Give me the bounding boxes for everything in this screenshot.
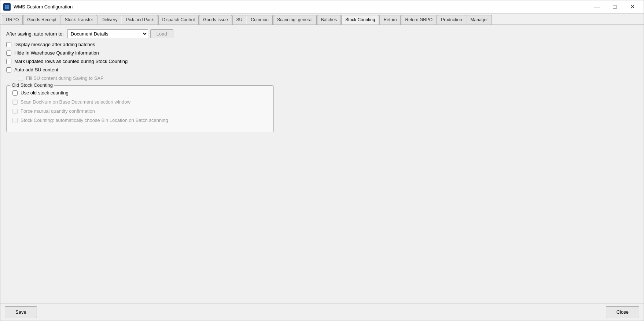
group-checkbox-label-force-manual: Force manual quantity confirmation [21, 108, 95, 114]
svg-rect-1 [7, 5, 9, 7]
tab-su[interactable]: SU [232, 15, 247, 25]
maximize-button[interactable]: □ [606, 1, 623, 12]
tab-batches[interactable]: Batches [317, 15, 341, 25]
group-checkbox-force-manual [12, 109, 18, 114]
tab-return[interactable]: Return [379, 15, 401, 25]
app-icon [3, 3, 11, 11]
window-title: WMS Custom Configuration [14, 4, 589, 10]
auto-return-row: After saving, auto return to: Document D… [6, 29, 638, 38]
auto-return-dropdown-wrapper: Document DetailsMain MenuSame Document L… [67, 29, 173, 38]
svg-rect-2 [5, 7, 7, 9]
tab-production[interactable]: Production [437, 15, 466, 25]
checkbox-label-mark-updated: Mark updated rows as counted during Stoc… [14, 59, 128, 64]
checkbox-row-auto-add-su: Auto add SU content [6, 67, 638, 72]
title-bar: WMS Custom Configuration — □ ✕ [0, 0, 644, 14]
save-button[interactable]: Save [5, 306, 37, 318]
checkbox-row-display-message: Display message after adding batches [6, 42, 638, 47]
checkbox-display-message[interactable] [6, 42, 11, 47]
group-checkbox-row-stock-counting-auto: Stock Counting: automatically choose Bin… [12, 117, 268, 123]
tab-scanning-general[interactable]: Scanning: general [273, 15, 317, 25]
checkbox-fill-su [18, 76, 23, 81]
tab-pick-and-pack[interactable]: Pick and Pack [122, 15, 158, 25]
group-checkbox-scan-docnum [12, 100, 18, 105]
tab-bar: GRPOGoods ReceiptStock TransferDeliveryP… [0, 14, 644, 25]
group-checkbox-label-scan-docnum: Scan DocNum on Base Document selection w… [21, 99, 130, 105]
close-button[interactable]: Close [606, 306, 639, 318]
auto-return-label: After saving, auto return to: [6, 31, 64, 37]
checkbox-label-display-message: Display message after adding batches [14, 42, 95, 47]
auto-return-select[interactable]: Document DetailsMain MenuSame Document [67, 29, 148, 38]
footer: Save Close [0, 303, 644, 321]
window-controls: — □ ✕ [589, 1, 641, 12]
tab-stock-counting[interactable]: Stock Counting [341, 15, 379, 25]
tab-stock-transfer[interactable]: Stock Transfer [61, 15, 97, 25]
tab-dispatch-control[interactable]: Dispatch Control [158, 15, 199, 25]
close-window-button[interactable]: ✕ [624, 1, 641, 12]
main-window: WMS Custom Configuration — □ ✕ GRPOGoods… [0, 0, 644, 321]
tab-goods-issue[interactable]: Goods Issue [199, 15, 232, 25]
group-checkbox-row-force-manual: Force manual quantity confirmation [12, 108, 268, 114]
checkbox-hide-warehouse[interactable] [6, 51, 11, 56]
checkbox-mark-updated[interactable] [6, 59, 11, 64]
tab-goods-receipt[interactable]: Goods Receipt [23, 15, 60, 25]
tab-grpo[interactable]: GRPO [2, 15, 23, 25]
checkbox-label-fill-su: Fill SU content during Saving to SAP [26, 75, 104, 81]
tab-delivery[interactable]: Delivery [97, 15, 121, 25]
group-checkbox-label-stock-counting-auto: Stock Counting: automatically choose Bin… [21, 117, 168, 123]
tab-common[interactable]: Common [247, 15, 273, 25]
svg-rect-3 [7, 7, 9, 9]
group-checkbox-use-old-stock[interactable] [12, 90, 18, 96]
svg-rect-0 [5, 5, 7, 7]
checkbox-label-auto-add-su: Auto add SU content [14, 67, 58, 72]
checkbox-row-fill-su: Fill SU content during Saving to SAP [18, 75, 638, 81]
content-area: After saving, auto return to: Document D… [0, 25, 644, 303]
group-checkbox-label-use-old-stock: Use old stock counting [21, 90, 69, 96]
checkbox-row-mark-updated: Mark updated rows as counted during Stoc… [6, 59, 638, 64]
minimize-button[interactable]: — [589, 1, 606, 12]
group-checkbox-stock-counting-auto [12, 118, 18, 123]
old-stock-counting-group: Old Stock Counting Use old stock countin… [6, 85, 274, 132]
group-checkbox-row-use-old-stock: Use old stock counting [12, 90, 268, 96]
checkbox-label-hide-warehouse: Hide In Warehouse Quantity information [14, 50, 99, 56]
checkbox-row-hide-warehouse: Hide In Warehouse Quantity information [6, 50, 638, 56]
group-box-title: Old Stock Counting [10, 82, 54, 88]
load-button[interactable]: Load [150, 29, 173, 38]
tab-return-grpo[interactable]: Return GRPO [401, 15, 437, 25]
checkbox-auto-add-su[interactable] [6, 67, 11, 72]
group-checkbox-row-scan-docnum: Scan DocNum on Base Document selection w… [12, 99, 268, 105]
tab-manager[interactable]: Manager [467, 15, 492, 25]
